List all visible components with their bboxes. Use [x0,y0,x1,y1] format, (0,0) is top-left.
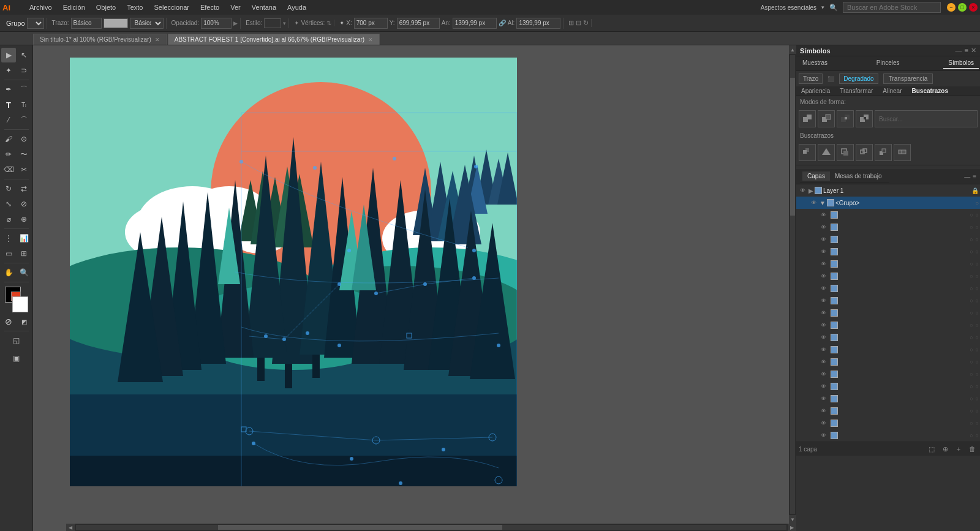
direct-selection-tool[interactable]: ↖ [17,48,31,62]
trazado-mark[interactable]: ○ [976,408,979,414]
pen-tool[interactable]: ✒ [1,82,16,97]
eraser-tool[interactable]: ⌫ [1,162,16,177]
buscatrazos-tab[interactable]: Buscatrazos [907,86,953,96]
trazado-row[interactable]: 👁 ○ ○ [796,380,980,393]
trazado-mark[interactable]: ○ [976,261,979,267]
panel-close-icon[interactable]: ✕ [971,47,976,55]
trazado-mark[interactable]: ○ [976,432,979,439]
scale-tool[interactable]: ⤡ [1,197,16,211]
trazado-row[interactable]: 👁 ○ ○ [796,282,980,295]
warp-tool[interactable]: ⌀ [1,212,16,227]
trazado-row[interactable]: 👁 ○ ○ [796,393,980,405]
bt-crop-btn[interactable] [837,144,854,161]
workspace-dropdown-icon[interactable]: ▾ [821,4,824,10]
panel-menu-icon[interactable]: ≡ [965,47,968,55]
layers-minimize-icon[interactable]: — [964,173,970,180]
new-sublayer-btn[interactable]: ⊕ [940,443,951,454]
tab-2[interactable]: ABSTRACT FOREST 1 [Convertido].ai al 66,… [168,34,380,45]
trazado-visibility[interactable]: 👁 [818,333,828,342]
trazado-visibility[interactable]: 👁 [818,296,828,306]
trazado-mark[interactable]: ○ [976,420,979,426]
trazado-mark[interactable]: ○ [976,334,979,341]
x-input[interactable] [354,18,388,29]
trazado-row[interactable]: 👁 ○ ○ [796,356,980,368]
trazado-visibility[interactable]: 👁 [818,235,828,244]
trazado-visibility[interactable]: 👁 [818,320,828,330]
trazado-visibility[interactable]: 👁 [818,382,828,391]
grupo-visibility[interactable]: 👁 [809,198,818,208]
menu-texto[interactable]: Texto [122,2,148,12]
trazado-row[interactable]: 👁 ○ ○ [796,246,980,258]
trazado-visibility[interactable]: 👁 [818,357,828,367]
stock-search-input[interactable] [843,2,941,13]
trazado-mark[interactable]: ○ [976,396,979,402]
trazado-mark[interactable]: ○ [976,298,979,304]
trazado-mark[interactable]: ○ [976,347,979,353]
hand-tool[interactable]: ✋ [1,265,16,280]
trazado-lock[interactable]: ○ [970,249,973,255]
al-input[interactable] [516,18,560,29]
menu-seleccionar[interactable]: Seleccionar [149,2,194,12]
capas-tab[interactable]: Capas [802,171,830,181]
trazado-mark[interactable]: ○ [976,249,979,255]
trazado-lock[interactable]: ○ [970,285,973,292]
arrange-icon[interactable]: ⊞ [568,19,574,27]
trazado-row[interactable]: 👁 ○ ○ [796,221,980,233]
shear-tool[interactable]: ⊘ [17,197,31,211]
trazado-lock[interactable]: ○ [970,432,973,439]
trazado-lock[interactable]: ○ [970,224,973,230]
trazado-visibility[interactable]: 👁 [818,210,828,220]
symbol-sprayer-tool[interactable]: ⋮ [1,231,16,246]
smooth-tool[interactable]: 〜 [17,147,31,162]
rotate-tool[interactable]: ↻ [1,181,16,196]
trazo-style-select[interactable]: Básico [130,18,164,29]
blob-brush-tool[interactable]: ⊙ [17,132,31,146]
trazado-mark[interactable]: ○ [976,285,979,292]
bt-trim-btn[interactable] [799,144,816,161]
alinear-tab[interactable]: Alinear [878,86,907,96]
scissors-tool[interactable]: ✂ [17,162,31,177]
pinceles-tab[interactable]: Pinceles [872,58,905,69]
scroll-right-btn[interactable]: ▶ [788,524,796,531]
scrollbar-thumb-v[interactable] [790,78,795,216]
menu-edicion[interactable]: Edición [58,2,90,12]
shape-exclude-btn[interactable] [856,110,873,127]
trazado-lock[interactable]: ○ [970,298,973,304]
trazado-lock[interactable]: ○ [970,371,973,377]
trazado-mark[interactable]: ○ [976,310,979,316]
trazado-row[interactable]: 👁 ○ ○ [796,344,980,356]
trazado-row[interactable]: 👁 ○ ○ [796,295,980,307]
curvature-tool[interactable]: ⌒ [17,82,31,97]
arc-tool[interactable]: ⌒ [17,113,31,127]
trazado-mark[interactable]: ○ [976,359,979,365]
menu-ventana[interactable]: Ventana [247,2,281,12]
canvas-area[interactable]: ◀ ▶ ▲ ▼ [33,45,796,531]
new-layer-btn[interactable]: + [953,443,964,454]
trazado-visibility[interactable]: 👁 [818,271,828,281]
an-input[interactable] [453,18,497,29]
none-color[interactable]: ⊘ [1,314,16,329]
degradado-btn[interactable]: Degradado [839,73,878,84]
trazado-lock[interactable]: ○ [970,420,973,426]
canvas-scrollbar-v[interactable]: ▲ ▼ [789,45,796,524]
trazado-visibility[interactable]: 👁 [818,259,828,269]
trazado-lock[interactable]: ○ [970,359,973,365]
trazado-row[interactable]: 👁 ○ ○ [796,319,980,331]
trazado-visibility[interactable]: 👁 [818,345,828,355]
trazado-lock[interactable]: ○ [970,261,973,267]
trazado-lock[interactable]: ○ [970,310,973,316]
bt-divide-btn[interactable] [894,144,911,161]
muestras-tab[interactable]: Muestras [797,58,832,69]
column-graph-tool[interactable]: 📊 [17,231,31,246]
grupo-select[interactable] [27,18,44,29]
reflect-tool[interactable]: ⇄ [17,181,31,196]
apariencia-tab[interactable]: Apariencia [796,86,835,96]
touch-type-tool[interactable]: Tᵢ [17,97,31,112]
line-tool[interactable]: ∕ [1,113,16,127]
trazado-mark[interactable]: ○ [976,212,979,218]
y-input[interactable] [397,18,440,29]
rotate-icon[interactable]: ↻ [583,19,589,27]
trazado-visibility[interactable]: 👁 [818,406,828,416]
trazado-lock[interactable]: ○ [970,347,973,353]
shape-intersect-btn[interactable] [837,110,854,127]
